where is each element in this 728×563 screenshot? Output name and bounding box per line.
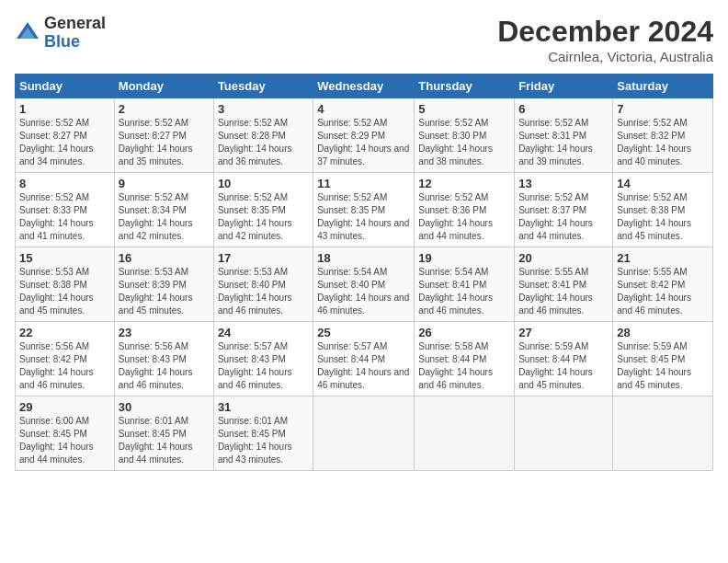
day-number: 19	[418, 251, 510, 265]
day-info: Sunrise: 5:54 AM Sunset: 8:40 PM Dayligh…	[317, 266, 410, 317]
weekday-row: SundayMondayTuesdayWednesdayThursdayFrid…	[16, 75, 713, 98]
calendar-week-2: 8 Sunrise: 5:52 AM Sunset: 8:33 PM Dayli…	[16, 173, 713, 247]
calendar-cell: 22 Sunrise: 5:56 AM Sunset: 8:42 PM Dayl…	[16, 322, 115, 396]
calendar-cell: 16 Sunrise: 5:53 AM Sunset: 8:39 PM Dayl…	[114, 247, 213, 322]
day-info: Sunrise: 5:52 AM Sunset: 8:32 PM Dayligh…	[617, 117, 709, 168]
calendar-cell: 13 Sunrise: 5:52 AM Sunset: 8:37 PM Dayl…	[515, 173, 613, 247]
day-number: 22	[19, 326, 110, 339]
calendar-week-5: 29 Sunrise: 6:00 AM Sunset: 8:45 PM Dayl…	[16, 396, 713, 471]
day-number: 14	[617, 177, 709, 190]
location-subtitle: Cairnlea, Victoria, Australia	[497, 49, 713, 64]
day-number: 2	[119, 102, 210, 116]
calendar-cell	[613, 396, 713, 471]
calendar-cell: 31 Sunrise: 6:01 AM Sunset: 8:45 PM Dayl…	[213, 396, 313, 471]
day-number: 11	[317, 177, 410, 190]
calendar-cell	[515, 396, 613, 471]
day-info: Sunrise: 5:53 AM Sunset: 8:38 PM Dayligh…	[19, 266, 110, 317]
day-info: Sunrise: 5:53 AM Sunset: 8:39 PM Dayligh…	[119, 266, 210, 317]
day-info: Sunrise: 5:56 AM Sunset: 8:43 PM Dayligh…	[119, 340, 210, 392]
weekday-header-friday: Friday	[515, 75, 613, 98]
calendar-cell: 21 Sunrise: 5:55 AM Sunset: 8:42 PM Dayl…	[613, 247, 713, 322]
day-info: Sunrise: 5:52 AM Sunset: 8:34 PM Dayligh…	[119, 191, 210, 243]
day-number: 29	[19, 400, 110, 414]
calendar-cell: 18 Sunrise: 5:54 AM Sunset: 8:40 PM Dayl…	[313, 247, 415, 322]
calendar-table: SundayMondayTuesdayWednesdayThursdayFrid…	[15, 74, 713, 471]
calendar-cell: 29 Sunrise: 6:00 AM Sunset: 8:45 PM Dayl…	[16, 396, 115, 471]
day-number: 25	[317, 326, 410, 339]
day-info: Sunrise: 5:52 AM Sunset: 8:27 PM Dayligh…	[19, 117, 110, 168]
weekday-header-wednesday: Wednesday	[313, 75, 415, 98]
day-number: 15	[19, 251, 110, 265]
day-number: 7	[617, 102, 709, 116]
calendar-cell	[313, 396, 415, 471]
month-title: December 2024	[497, 15, 713, 49]
day-number: 26	[418, 326, 510, 339]
calendar-cell: 12 Sunrise: 5:52 AM Sunset: 8:36 PM Dayl…	[415, 173, 515, 247]
weekday-header-sunday: Sunday	[16, 75, 115, 98]
calendar-cell: 25 Sunrise: 5:57 AM Sunset: 8:44 PM Dayl…	[313, 322, 415, 396]
day-info: Sunrise: 5:52 AM Sunset: 8:35 PM Dayligh…	[218, 191, 309, 243]
day-number: 17	[218, 251, 309, 265]
day-info: Sunrise: 5:54 AM Sunset: 8:41 PM Dayligh…	[418, 266, 510, 317]
day-number: 8	[19, 177, 110, 190]
calendar-cell: 24 Sunrise: 5:57 AM Sunset: 8:43 PM Dayl…	[213, 322, 313, 396]
calendar-week-4: 22 Sunrise: 5:56 AM Sunset: 8:42 PM Dayl…	[16, 322, 713, 396]
calendar-cell: 8 Sunrise: 5:52 AM Sunset: 8:33 PM Dayli…	[16, 173, 115, 247]
calendar-cell: 4 Sunrise: 5:52 AM Sunset: 8:29 PM Dayli…	[313, 98, 415, 173]
day-info: Sunrise: 6:01 AM Sunset: 8:45 PM Dayligh…	[119, 415, 210, 466]
calendar-cell: 10 Sunrise: 5:52 AM Sunset: 8:35 PM Dayl…	[213, 173, 313, 247]
day-info: Sunrise: 5:59 AM Sunset: 8:45 PM Dayligh…	[617, 340, 709, 392]
logo-text: General Blue	[44, 15, 106, 52]
calendar-cell: 14 Sunrise: 5:52 AM Sunset: 8:38 PM Dayl…	[613, 173, 713, 247]
day-number: 24	[218, 326, 309, 339]
day-info: Sunrise: 6:01 AM Sunset: 8:45 PM Dayligh…	[218, 415, 309, 466]
day-number: 28	[617, 326, 709, 339]
calendar-cell: 26 Sunrise: 5:58 AM Sunset: 8:44 PM Dayl…	[415, 322, 515, 396]
day-info: Sunrise: 5:52 AM Sunset: 8:37 PM Dayligh…	[518, 191, 609, 243]
day-info: Sunrise: 5:52 AM Sunset: 8:36 PM Dayligh…	[418, 191, 510, 243]
calendar-cell: 17 Sunrise: 5:53 AM Sunset: 8:40 PM Dayl…	[213, 247, 313, 322]
calendar-cell: 30 Sunrise: 6:01 AM Sunset: 8:45 PM Dayl…	[114, 396, 213, 471]
day-number: 12	[418, 177, 510, 190]
weekday-header-thursday: Thursday	[415, 75, 515, 98]
day-info: Sunrise: 5:52 AM Sunset: 8:38 PM Dayligh…	[617, 191, 709, 243]
calendar-cell: 6 Sunrise: 5:52 AM Sunset: 8:31 PM Dayli…	[515, 98, 613, 173]
day-number: 9	[119, 177, 210, 190]
calendar-cell: 27 Sunrise: 5:59 AM Sunset: 8:44 PM Dayl…	[515, 322, 613, 396]
day-info: Sunrise: 5:52 AM Sunset: 8:28 PM Dayligh…	[218, 117, 309, 168]
weekday-header-saturday: Saturday	[613, 75, 713, 98]
logo-blue: Blue	[44, 33, 106, 52]
calendar-header: SundayMondayTuesdayWednesdayThursdayFrid…	[16, 75, 713, 98]
page-container: General Blue December 2024 Cairnlea, Vic…	[0, 0, 728, 478]
logo-general: General	[44, 15, 106, 33]
calendar-cell: 9 Sunrise: 5:52 AM Sunset: 8:34 PM Dayli…	[114, 173, 213, 247]
day-info: Sunrise: 5:52 AM Sunset: 8:27 PM Dayligh…	[119, 117, 210, 168]
calendar-body: 1 Sunrise: 5:52 AM Sunset: 8:27 PM Dayli…	[16, 98, 713, 471]
page-header: General Blue December 2024 Cairnlea, Vic…	[15, 15, 713, 64]
day-info: Sunrise: 5:55 AM Sunset: 8:41 PM Dayligh…	[518, 266, 609, 317]
day-number: 1	[19, 102, 110, 116]
weekday-header-monday: Monday	[114, 75, 213, 98]
logo: General Blue	[15, 15, 106, 52]
day-number: 10	[218, 177, 309, 190]
day-info: Sunrise: 5:59 AM Sunset: 8:44 PM Dayligh…	[518, 340, 609, 392]
calendar-cell	[415, 396, 515, 471]
day-info: Sunrise: 5:52 AM Sunset: 8:30 PM Dayligh…	[418, 117, 510, 168]
day-number: 4	[317, 102, 410, 116]
day-info: Sunrise: 5:52 AM Sunset: 8:35 PM Dayligh…	[317, 191, 410, 243]
calendar-week-1: 1 Sunrise: 5:52 AM Sunset: 8:27 PM Dayli…	[16, 98, 713, 173]
day-info: Sunrise: 5:57 AM Sunset: 8:43 PM Dayligh…	[218, 340, 309, 392]
title-block: December 2024 Cairnlea, Victoria, Austra…	[497, 15, 713, 64]
day-info: Sunrise: 5:52 AM Sunset: 8:33 PM Dayligh…	[19, 191, 110, 243]
calendar-cell: 7 Sunrise: 5:52 AM Sunset: 8:32 PM Dayli…	[613, 98, 713, 173]
calendar-cell: 28 Sunrise: 5:59 AM Sunset: 8:45 PM Dayl…	[613, 322, 713, 396]
logo-icon	[15, 20, 40, 46]
day-number: 20	[518, 251, 609, 265]
day-number: 21	[617, 251, 709, 265]
day-info: Sunrise: 5:55 AM Sunset: 8:42 PM Dayligh…	[617, 266, 709, 317]
weekday-header-tuesday: Tuesday	[213, 75, 313, 98]
day-number: 5	[418, 102, 510, 116]
calendar-cell: 3 Sunrise: 5:52 AM Sunset: 8:28 PM Dayli…	[213, 98, 313, 173]
day-info: Sunrise: 5:58 AM Sunset: 8:44 PM Dayligh…	[418, 340, 510, 392]
day-info: Sunrise: 5:56 AM Sunset: 8:42 PM Dayligh…	[19, 340, 110, 392]
